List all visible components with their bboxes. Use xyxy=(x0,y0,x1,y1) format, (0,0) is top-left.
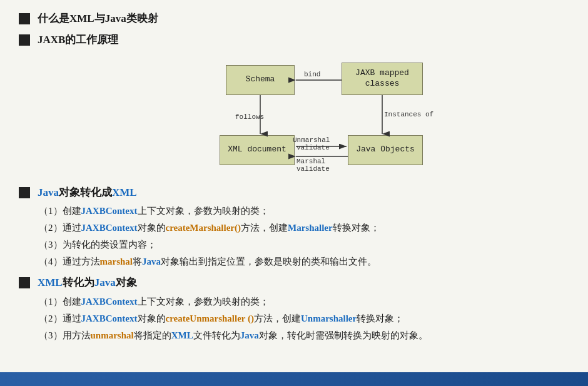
step2-rest: 方法，创建 xyxy=(241,223,288,233)
section2-text: JAXB的工作原理 xyxy=(38,34,118,46)
step2-jaxb: JAXBContext xyxy=(81,223,138,233)
step1-jaxb: JAXBContext xyxy=(81,206,138,216)
step4-java: Java xyxy=(142,256,161,267)
section3-title: Java对象转化成XML xyxy=(38,185,137,200)
step4-mid: 将 xyxy=(133,256,142,267)
bullet1 xyxy=(19,13,30,24)
bullet4 xyxy=(19,277,30,288)
step1-rest: 上下文对象，参数为映射的类； xyxy=(138,206,269,216)
bullet2 xyxy=(19,34,30,46)
section2-title: JAXB的工作原理 xyxy=(38,33,118,48)
xml-java-step2: （2）通过JAXBContext对象的createUnmarshaller ()… xyxy=(39,311,569,326)
java-xml-step2: （2）通过JAXBContext对象的createMarshaller()方法，… xyxy=(39,220,569,235)
section1-title: 什么是XML与Java类映射 xyxy=(38,11,158,26)
instances-label: Instances of xyxy=(384,111,433,118)
section3-xml: XML xyxy=(112,186,137,198)
section4-obj: 对象 xyxy=(116,277,137,288)
xj-step2-rest: 方法，创建 xyxy=(254,313,301,323)
xj-step3-java: Java xyxy=(240,330,259,340)
xj-step3-mid: 将指定的 xyxy=(134,330,171,340)
xj-step2-jaxb: JAXBContext xyxy=(81,313,138,323)
section3-java: Java xyxy=(38,186,59,198)
section4-mid: 转化为 xyxy=(63,277,94,288)
section2: JAXB的工作原理 xyxy=(19,33,569,48)
java-to-xml-steps: （1）创建JAXBContext上下文对象，参数为映射的类； （2）通过JAXB… xyxy=(39,203,569,269)
xj-step1-rest: 上下文对象，参数为映射的类； xyxy=(138,297,269,307)
validate-label2: validate xyxy=(297,165,330,173)
section1-text: 什么是XML与Java类映射 xyxy=(38,13,158,24)
xj-step3-end: 对象，转化时需强制转换为映射的对象。 xyxy=(259,330,428,340)
marshal-label: Marshal xyxy=(297,158,325,165)
xj-step3-pre: （3）用方法 xyxy=(39,330,91,340)
section3: Java对象转化成XML xyxy=(19,185,569,200)
xj-step2-end: 转换对象； xyxy=(357,313,403,323)
jaxb-diagram: Schema JAXB mappedclasses XML document J… xyxy=(173,54,435,179)
step3-text: （3）为转化的类设置内容； xyxy=(39,240,156,250)
unmarshal-label: Unmarshal xyxy=(293,136,330,144)
step2-end: 转换对象； xyxy=(333,223,380,233)
step2-pre: （2）通过 xyxy=(39,223,81,233)
follows-label: follows xyxy=(235,113,264,121)
step2-marshaller: Marshaller xyxy=(288,223,333,233)
xml-java-step1: （1）创建JAXBContext上下文对象，参数为映射的类； xyxy=(39,294,569,309)
bottom-bar xyxy=(0,372,588,386)
bullet3 xyxy=(19,187,30,198)
xj-step1-jaxb: JAXBContext xyxy=(81,297,138,307)
java-xml-step4: （4）通过方法marshal将Java对象输出到指定位置，参数是映射的类和输出文… xyxy=(39,254,569,269)
xj-step3-method: unmarshal xyxy=(91,330,134,340)
diagram-wrapper: Schema JAXB mappedclasses XML document J… xyxy=(39,54,569,179)
xj-step1-pre: （1）创建 xyxy=(39,297,81,307)
xml-java-step3: （3）用方法unmarshal将指定的XML文件转化为Java对象，转化时需强制… xyxy=(39,328,569,343)
bind-label: bind xyxy=(304,71,320,78)
section1: 什么是XML与Java类映射 xyxy=(19,11,569,26)
xj-step2-unmarshaller: Unmarshaller xyxy=(301,313,357,323)
xj-step2-pre: （2）通过 xyxy=(39,313,81,323)
section4-xml: XML xyxy=(38,277,63,288)
section3-mid: 对象转化成 xyxy=(59,186,112,198)
step2-method: createMarshaller() xyxy=(166,223,241,233)
step4-end: 对象输出到指定位置，参数是映射的类和输出文件。 xyxy=(161,256,377,267)
step2-mid: 对象的 xyxy=(138,223,166,233)
java-xml-step1: （1）创建JAXBContext上下文对象，参数为映射的类； xyxy=(39,203,569,218)
section4-title: XML转化为Java对象 xyxy=(38,275,137,290)
section4: XML转化为Java对象 xyxy=(19,275,569,290)
java-xml-step3: （3）为转化的类设置内容； xyxy=(39,237,569,252)
step1-num: （1）创建 xyxy=(39,206,81,216)
xj-step2-mid: 对象的 xyxy=(138,313,166,323)
xml-to-java-steps: （1）创建JAXBContext上下文对象，参数为映射的类； （2）通过JAXB… xyxy=(39,294,569,343)
xj-step3-mid2: 文件转化为 xyxy=(193,330,240,340)
section4-java: Java xyxy=(94,277,116,288)
diagram-arrows: bind follows Instances of Unmarshal vali… xyxy=(173,54,435,179)
step4-pre: （4）通过方法 xyxy=(39,256,100,267)
step4-method: marshal xyxy=(100,256,133,267)
xj-step2-method: createUnmarshaller () xyxy=(166,313,254,323)
validate-label1: validate xyxy=(297,144,330,151)
xj-step3-xml: XML xyxy=(171,330,193,340)
